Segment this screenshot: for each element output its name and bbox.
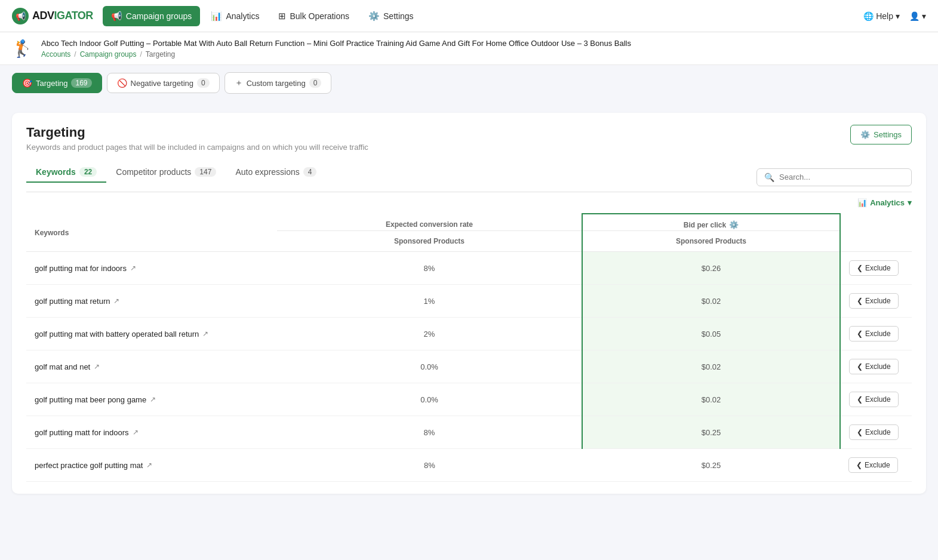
targeting-subtitle: Keywords and product pages that will be … <box>26 143 368 152</box>
td-bid: $0.02 <box>582 383 840 416</box>
help-icon: 🌐 <box>863 11 874 21</box>
td-ecr: 8% <box>277 416 582 449</box>
table-row: golf putting mat beer pong game ↗ 0.0% $… <box>26 383 912 416</box>
exclude-button[interactable]: ❮ Exclude <box>849 392 899 407</box>
bid-gear-icon[interactable]: ⚙️ <box>729 220 739 229</box>
analytics-row: 📊 Analytics ▾ <box>26 198 912 207</box>
exclude-icon: ❮ <box>857 428 863 436</box>
external-link-icon[interactable]: ↗ <box>94 362 100 371</box>
nav-settings[interactable]: ⚙️ Settings <box>360 6 422 26</box>
external-link-icon[interactable]: ↗ <box>130 264 136 272</box>
td-actions: ❮ Exclude <box>840 285 912 318</box>
campaign-icon: 📢 <box>111 11 122 21</box>
analytics-link[interactable]: 📊 Analytics ▾ <box>857 198 912 207</box>
td-keyword: golf putting mat with battery operated b… <box>26 318 277 350</box>
auto-count: 4 <box>303 167 317 177</box>
nav-analytics[interactable]: 📊 Analytics <box>202 6 267 26</box>
targeting-tab-icon: 🎯 <box>22 78 32 88</box>
sub-tab-keywords[interactable]: Keywords 22 <box>26 162 106 183</box>
custom-count-badge: 0 <box>309 78 322 88</box>
external-link-icon[interactable]: ↗ <box>146 461 152 469</box>
external-link-icon[interactable]: ↗ <box>202 330 208 338</box>
breadcrumb-sep-1: / <box>74 50 76 59</box>
help-button[interactable]: 🌐 Help ▾ <box>863 11 900 21</box>
td-bid: $0.02 <box>582 285 840 318</box>
external-link-icon[interactable]: ↗ <box>150 395 156 404</box>
tab-targeting[interactable]: 🎯 Targeting 169 <box>12 73 102 93</box>
bulk-icon: ⊞ <box>278 11 286 21</box>
exclude-button[interactable]: ❮ Exclude <box>849 293 899 309</box>
breadcrumb-accounts[interactable]: Accounts <box>41 50 70 59</box>
nav-right: 🌐 Help ▾ 👤 ▾ <box>863 11 926 21</box>
table-row: golf putting mat return ↗ 1% $0.02 ❮ Exc… <box>26 285 912 318</box>
exclude-icon: ❮ <box>857 330 863 338</box>
td-actions: ❮ Exclude <box>840 252 912 285</box>
exclude-icon: ❮ <box>857 264 863 272</box>
competitor-count: 147 <box>195 167 216 177</box>
td-bid: $0.02 <box>582 350 840 383</box>
table-row: golf mat and net ↗ 0.0% $0.02 ❮ Exclude <box>26 350 912 383</box>
td-ecr: 8% <box>277 252 582 285</box>
help-chevron-icon: ▾ <box>896 11 900 21</box>
tab-negative-targeting[interactable]: 🚫 Negative targeting 0 <box>107 73 220 93</box>
custom-tab-icon: ＋ <box>235 78 243 88</box>
td-keyword: golf putting mat beer pong game ↗ <box>26 383 277 416</box>
th-actions <box>840 214 912 252</box>
exclude-icon: ❮ <box>857 362 863 371</box>
td-bid: $0.25 <box>582 449 840 482</box>
breadcrumb-sep-2: / <box>140 50 142 59</box>
td-actions: ❮ Exclude <box>840 449 912 482</box>
user-icon: 👤 <box>909 11 919 21</box>
th-bid-group: Bid per click ⚙️ <box>582 214 840 231</box>
table-header-row-1: Keywords Expected conversion rate Bid pe… <box>26 214 912 231</box>
td-keyword: perfect practice golf putting mat ↗ <box>26 449 277 482</box>
search-box: 🔍 <box>756 168 912 186</box>
nav-campaign-groups[interactable]: 📢 Campaign groups <box>103 6 201 26</box>
nav-bulk-operations[interactable]: ⊞ Bulk Operations <box>270 6 358 26</box>
td-keyword: golf putting matt for indoors ↗ <box>26 416 277 449</box>
product-title: Abco Tech Indoor Golf Putting – Portable… <box>41 38 631 49</box>
td-actions: ❮ Exclude <box>840 350 912 383</box>
settings-button[interactable]: ⚙️ Settings <box>850 125 912 144</box>
external-link-icon[interactable]: ↗ <box>133 428 139 436</box>
th-keywords: Keywords <box>26 214 277 252</box>
main-tab-bar: 🎯 Targeting 169 🚫 Negative targeting 0 ＋… <box>0 65 938 101</box>
user-chevron-icon: ▾ <box>922 11 926 21</box>
exclude-button[interactable]: ❮ Exclude <box>849 260 899 276</box>
table-row: golf putting mat with battery operated b… <box>26 318 912 350</box>
analytics-chevron-icon: ▾ <box>908 198 912 207</box>
external-link-icon[interactable]: ↗ <box>113 297 119 305</box>
exclude-button[interactable]: ❮ Exclude <box>848 457 898 473</box>
td-ecr: 0.0% <box>277 350 582 383</box>
tab-custom-targeting[interactable]: ＋ Custom targeting 0 <box>224 72 332 94</box>
user-menu-button[interactable]: 👤 ▾ <box>909 11 926 21</box>
exclude-button[interactable]: ❮ Exclude <box>849 424 899 440</box>
targeting-title: Targeting <box>26 125 368 140</box>
logo-igator: IGATOR <box>54 10 93 21</box>
table-row: golf putting mat for indoors ↗ 8% $0.26 … <box>26 252 912 285</box>
td-bid: $0.05 <box>582 318 840 350</box>
breadcrumb: Accounts / Campaign groups / Targeting <box>41 50 631 59</box>
sub-tab-auto[interactable]: Auto expressions 4 <box>226 162 326 183</box>
exclude-button[interactable]: ❮ Exclude <box>849 359 899 374</box>
targeting-card: Targeting Keywords and product pages tha… <box>12 113 926 494</box>
th-ecr-sub: Sponsored Products <box>277 231 582 252</box>
td-keyword: golf putting mat return ↗ <box>26 285 277 318</box>
search-icon: 🔍 <box>764 173 774 182</box>
td-ecr: 8% <box>277 449 582 482</box>
breadcrumb-current: Targeting <box>146 50 175 59</box>
exclude-button[interactable]: ❮ Exclude <box>849 326 899 341</box>
logo: 📢 ADVIGATOR <box>12 8 93 24</box>
td-ecr: 0.0% <box>277 383 582 416</box>
product-header: 🏌️ Abco Tech Indoor Golf Putting – Porta… <box>0 32 938 65</box>
search-input[interactable] <box>779 173 904 181</box>
negative-count-badge: 0 <box>197 78 210 88</box>
settings-nav-icon: ⚙️ <box>368 11 380 21</box>
keywords-table-wrapper: Keywords Expected conversion rate Bid pe… <box>26 213 912 482</box>
td-actions: ❮ Exclude <box>840 383 912 416</box>
breadcrumb-campaign-groups[interactable]: Campaign groups <box>80 50 137 59</box>
sub-tab-competitor[interactable]: Competitor products 147 <box>106 162 226 183</box>
settings-button-icon: ⚙️ <box>860 130 870 139</box>
main-content: Targeting Keywords and product pages tha… <box>0 101 938 506</box>
exclude-icon: ❮ <box>857 395 863 404</box>
